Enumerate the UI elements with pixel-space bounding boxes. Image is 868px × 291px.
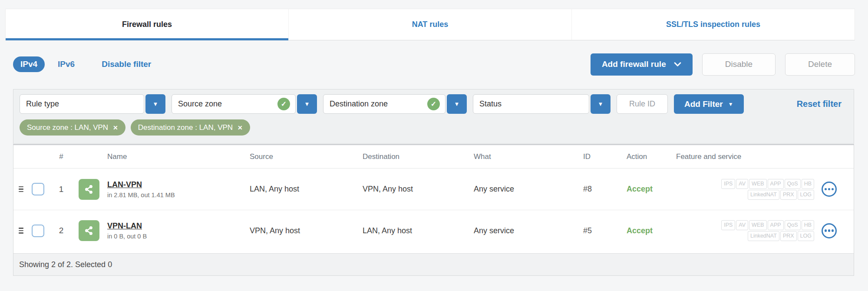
- header-action: Action: [627, 152, 676, 161]
- destination-zone-field[interactable]: Destination zone ✓: [323, 94, 446, 114]
- ipv6-toggle[interactable]: IPv6: [58, 60, 75, 69]
- feature-badge: QoS: [785, 179, 801, 189]
- dropdown-arrow-icon: ▼: [454, 101, 460, 107]
- feature-badges: IPSAVWEBAPPQoSHB LinkedNATPRXLOG: [676, 179, 822, 200]
- dropdown-arrow-icon: ▼: [153, 101, 158, 107]
- rule-destination: VPN, Any host: [363, 185, 474, 194]
- feature-badge: AV: [736, 220, 748, 230]
- feature-badge: AV: [736, 179, 748, 189]
- chevron-down-icon: [674, 62, 681, 67]
- ipv4-toggle[interactable]: IPv4: [13, 56, 45, 72]
- filter-chip-label: Destination zone : LAN, VPN: [138, 123, 233, 132]
- check-icon: ✓: [277, 98, 290, 110]
- filter-chip-destination-zone: Destination zone : LAN, VPN ✕: [131, 119, 250, 136]
- showing-status-text: Showing 2 of 2. Selected 0: [19, 260, 112, 269]
- header-name: Name: [107, 152, 250, 161]
- rule-name-link[interactable]: VPN-LAN: [107, 222, 142, 231]
- rule-type-field[interactable]: Rule type: [20, 94, 144, 114]
- rule-id-input[interactable]: [617, 94, 668, 114]
- toolbar: IPv4 IPv6 Disable filter Add firewall ru…: [13, 51, 855, 77]
- status-dropdown-button[interactable]: ▼: [591, 94, 611, 114]
- rule-name-cell: LAN-VPN in 2.81 MB, out 1.41 MB: [107, 180, 250, 198]
- row-number: 2: [50, 226, 73, 235]
- rules-tab-bar: Firewall rules NAT rules SSL/TLS inspect…: [5, 9, 855, 40]
- rule-action: Accept: [627, 185, 676, 194]
- rule-name-link[interactable]: LAN-VPN: [107, 180, 142, 189]
- reset-filter-link[interactable]: Reset filter: [797, 99, 842, 109]
- header-number: #: [50, 152, 73, 161]
- dropdown-arrow-icon: ▼: [304, 101, 310, 107]
- feature-badge: IPS: [721, 220, 735, 230]
- header-what: What: [474, 152, 583, 161]
- source-zone-dropdown-button[interactable]: ▼: [297, 94, 317, 114]
- dropdown-arrow-icon: ▼: [728, 101, 733, 107]
- feature-badge: PRX: [780, 231, 797, 241]
- filter-panel: Rule type ▼ Source zone ✓ ▼ Destination …: [13, 89, 854, 144]
- source-zone-filter: Source zone ✓ ▼: [172, 94, 317, 114]
- feature-badge: LinkedNAT: [748, 231, 779, 241]
- firewall-rules-table: # Name Source Destination What ID Action…: [13, 144, 854, 276]
- rule-traffic-stats: in 0 B, out 0 B: [107, 233, 250, 240]
- row-menu-ellipsis-icon[interactable]: [822, 182, 837, 197]
- filter-row: Rule type ▼ Source zone ✓ ▼ Destination …: [13, 89, 854, 114]
- feature-badge: APP: [768, 179, 784, 189]
- rule-type-filter: Rule type ▼: [20, 94, 165, 114]
- filter-chip-source-zone: Source zone : LAN, VPN ✕: [20, 119, 125, 136]
- add-firewall-rule-label: Add firewall rule: [602, 60, 666, 69]
- source-zone-field[interactable]: Source zone ✓: [172, 94, 296, 114]
- destination-zone-label: Destination zone: [330, 99, 388, 109]
- drag-handle-icon[interactable]: [19, 228, 23, 234]
- delete-button[interactable]: Delete: [785, 53, 855, 76]
- table-row: 2 VPN-LAN in 0 B, out 0 B VPN, Any host …: [13, 210, 854, 251]
- rule-action: Accept: [627, 226, 676, 235]
- feature-badge: HB: [802, 179, 814, 189]
- rule-source: LAN, Any host: [250, 185, 363, 194]
- rule-type-dropdown-button[interactable]: ▼: [145, 94, 165, 114]
- rule-id: #5: [583, 226, 627, 235]
- rule-name-cell: VPN-LAN in 0 B, out 0 B: [107, 222, 250, 240]
- table-row: 1 LAN-VPN in 2.81 MB, out 1.41 MB LAN, A…: [13, 169, 854, 210]
- remove-filter-icon[interactable]: ✕: [238, 124, 243, 131]
- check-icon: ✓: [427, 98, 440, 110]
- add-firewall-rule-button[interactable]: Add firewall rule: [591, 53, 693, 76]
- feature-badge: WEB: [749, 179, 766, 189]
- feature-badge: APP: [768, 220, 784, 230]
- add-filter-label: Add Filter: [684, 99, 723, 109]
- filter-chip-label: Source zone : LAN, VPN: [27, 123, 108, 132]
- feature-badges: IPSAVWEBAPPQoSHB LinkedNATPRXLOG: [676, 220, 822, 241]
- dropdown-arrow-icon: ▼: [598, 101, 604, 107]
- status-label: Status: [479, 99, 502, 109]
- row-checkbox[interactable]: [32, 183, 44, 195]
- remove-filter-icon[interactable]: ✕: [113, 124, 118, 131]
- tab-firewall-rules[interactable]: Firewall rules: [6, 9, 288, 40]
- tab-nat-rules[interactable]: NAT rules: [288, 9, 571, 40]
- row-menu-cell: [822, 223, 854, 238]
- status-field[interactable]: Status: [473, 94, 589, 114]
- table-header-row: # Name Source Destination What ID Action…: [13, 145, 854, 169]
- share-network-icon: [79, 179, 99, 200]
- disable-button[interactable]: Disable: [702, 53, 776, 76]
- feature-badge: LinkedNAT: [748, 190, 779, 200]
- row-menu-ellipsis-icon[interactable]: [822, 223, 837, 238]
- disable-filter-link[interactable]: Disable filter: [102, 60, 151, 69]
- feature-badge: LOG: [798, 231, 814, 241]
- add-filter-button[interactable]: Add Filter ▼: [674, 94, 744, 114]
- feature-badge: LOG: [798, 190, 814, 200]
- rule-source: VPN, Any host: [250, 226, 363, 235]
- header-source: Source: [250, 152, 363, 161]
- row-menu-cell: [822, 182, 854, 197]
- source-zone-label: Source zone: [178, 99, 222, 109]
- feature-badge: WEB: [749, 220, 766, 230]
- tab-ssl-tls-inspection-rules[interactable]: SSL/TLS inspection rules: [571, 9, 855, 40]
- feature-badge: HB: [802, 220, 814, 230]
- destination-zone-filter: Destination zone ✓ ▼: [323, 94, 467, 114]
- destination-zone-dropdown-button[interactable]: ▼: [447, 94, 467, 114]
- drag-handle-icon[interactable]: [19, 186, 23, 192]
- header-destination: Destination: [363, 152, 474, 161]
- rule-id: #8: [583, 185, 627, 194]
- header-id: ID: [583, 152, 627, 161]
- share-network-icon: [79, 220, 99, 241]
- row-checkbox[interactable]: [32, 225, 44, 237]
- active-filter-chips: Source zone : LAN, VPN ✕ Destination zon…: [13, 114, 854, 136]
- rule-destination: LAN, Any host: [363, 226, 474, 235]
